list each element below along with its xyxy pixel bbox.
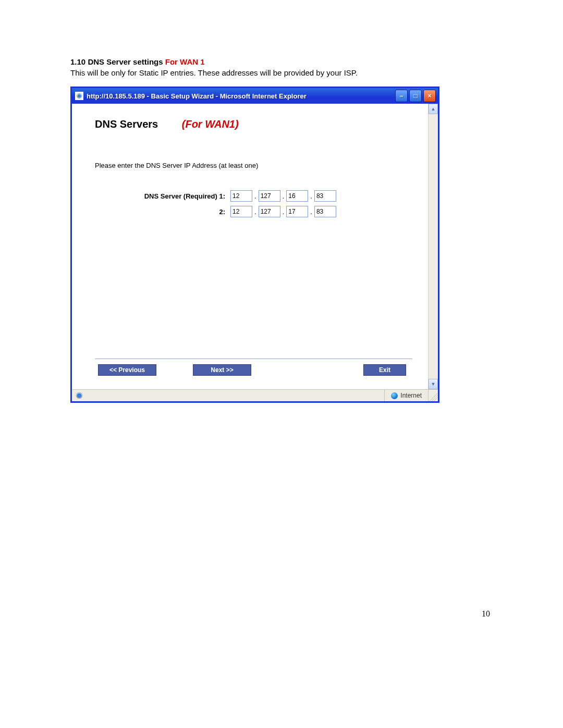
exit-button[interactable]: Exit — [363, 364, 406, 376]
window-controls: – □ × — [395, 90, 436, 102]
statusbar: Internet — [72, 389, 438, 401]
content-area: DNS Servers (For WAN1) Please enter the … — [72, 104, 428, 389]
previous-button[interactable]: << Previous — [98, 364, 156, 376]
scroll-down-icon[interactable]: ▼ — [429, 379, 438, 389]
vertical-scrollbar[interactable]: ▲ ▼ — [428, 104, 438, 389]
globe-icon — [391, 392, 398, 399]
dns2-octet-2[interactable] — [259, 206, 280, 217]
page-number: 10 — [482, 609, 490, 619]
ie-body: DNS Servers (For WAN1) Please enter the … — [72, 104, 438, 389]
content-title: DNS Servers (For WAN1) — [95, 118, 412, 130]
heading-black: DNS Server settings — [88, 57, 163, 66]
status-zone: Internet — [384, 390, 428, 401]
minimize-button[interactable]: – — [395, 90, 408, 102]
ip-dot: . — [283, 192, 285, 200]
dns1-octet-1[interactable] — [230, 190, 252, 202]
dns-row-1: DNS Server (Required) 1: . . . — [95, 190, 412, 202]
dns1-octet-3[interactable] — [286, 190, 308, 202]
dns-row-2: 2: . . . — [95, 206, 412, 217]
ie-window: http://10.185.5.189 - Basic Setup Wizard… — [70, 87, 439, 403]
status-zone-text: Internet — [400, 392, 422, 399]
dns-rows: DNS Server (Required) 1: . . . 2: . — [95, 190, 412, 221]
doc-heading: 1.10 DNS Server settings For WAN 1 — [70, 57, 495, 66]
title-red: (For WAN1) — [182, 118, 239, 130]
ip-dot: . — [283, 208, 285, 216]
close-button[interactable]: × — [423, 90, 436, 102]
ip-dot: . — [254, 192, 256, 200]
svg-point-1 — [76, 392, 82, 399]
heading-red: For WAN 1 — [165, 57, 205, 66]
ie-status-icon — [74, 391, 84, 400]
ip-dot: . — [310, 208, 312, 216]
dns2-octet-3[interactable] — [286, 206, 308, 217]
resize-grip-icon[interactable] — [428, 390, 438, 401]
dns2-octet-4[interactable] — [314, 206, 336, 217]
heading-number: 1.10 — [70, 57, 85, 66]
button-row: << Previous Next >> Exit — [95, 364, 412, 389]
instruction-text: Please enter the DNS Server IP Address (… — [95, 162, 412, 169]
ip-dot: . — [310, 192, 312, 200]
dns-label-2: 2: — [95, 208, 230, 216]
dns1-octet-4[interactable] — [314, 190, 336, 202]
scroll-track[interactable] — [429, 114, 438, 379]
ie-page-icon — [75, 92, 83, 100]
ip-dot: . — [254, 208, 256, 216]
next-button[interactable]: Next >> — [193, 364, 251, 376]
dns2-octet-1[interactable] — [230, 206, 252, 217]
button-divider — [95, 359, 412, 359]
dns1-octet-2[interactable] — [259, 190, 280, 202]
titlebar[interactable]: http://10.185.5.189 - Basic Setup Wizard… — [72, 88, 438, 104]
maximize-button[interactable]: □ — [409, 90, 422, 102]
dns-label-1: DNS Server (Required) 1: — [95, 192, 230, 200]
window-title: http://10.185.5.189 - Basic Setup Wizard… — [87, 92, 395, 100]
title-black: DNS Servers — [95, 118, 158, 130]
scroll-up-icon[interactable]: ▲ — [429, 104, 438, 114]
doc-subtext: This will be only for Static IP entries.… — [70, 68, 495, 77]
